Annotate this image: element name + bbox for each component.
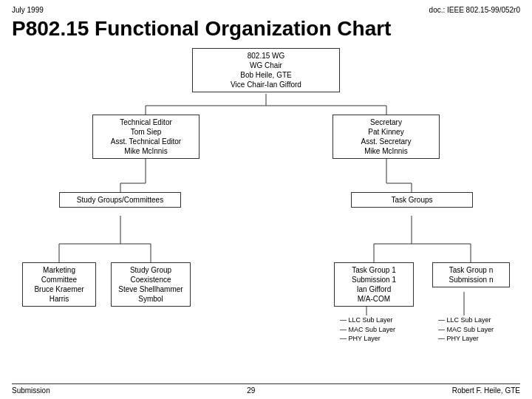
header-left: July 1999 <box>12 6 44 14</box>
header-row: July 1999 doc.: IEEE 802.15-99/052r0 <box>12 6 520 14</box>
node-secretary: Secretary Pat Kinney Asst. Secretary Mik… <box>332 115 440 159</box>
node-marketing: Marketing Committee Bruce Kraemer Harris <box>22 262 96 307</box>
node-sub-layers-1: — LLC Sub Layer — MAC Sub Layer — PHY La… <box>334 316 414 344</box>
node-study-group-coexistence: Study Group Coexistence Steve Shellhamme… <box>111 262 191 307</box>
main-title: P802.15 Functional Organization Chart <box>12 17 520 41</box>
header-right: doc.: IEEE 802.15-99/052r0 <box>429 6 520 14</box>
footer-center: 29 <box>247 386 255 395</box>
page: July 1999 doc.: IEEE 802.15-99/052r0 P80… <box>0 0 532 399</box>
footer-right: Robert F. Heile, GTE <box>452 386 520 395</box>
node-wg: 802.15 WG WG Chair Bob Heile, GTE Vice C… <box>192 48 340 92</box>
node-task-group-1: Task Group 1 Submission 1 Ian Gifford M/… <box>334 262 414 307</box>
footer: Submission 29 Robert F. Heile, GTE <box>12 383 520 395</box>
org-chart: 802.15 WG WG Chair Bob Heile, GTE Vice C… <box>15 48 517 336</box>
node-task-groups: Task Groups <box>351 192 473 208</box>
footer-left: Submission <box>12 386 50 395</box>
node-study-groups: Study Groups/Committees <box>59 192 181 208</box>
node-tech-editor: Technical Editor Tom Siep Asst. Technica… <box>92 115 200 159</box>
node-sub-layers-n: — LLC Sub Layer — MAC Sub Layer — PHY La… <box>432 316 510 344</box>
node-task-group-n: Task Group n Submission n <box>432 262 510 287</box>
